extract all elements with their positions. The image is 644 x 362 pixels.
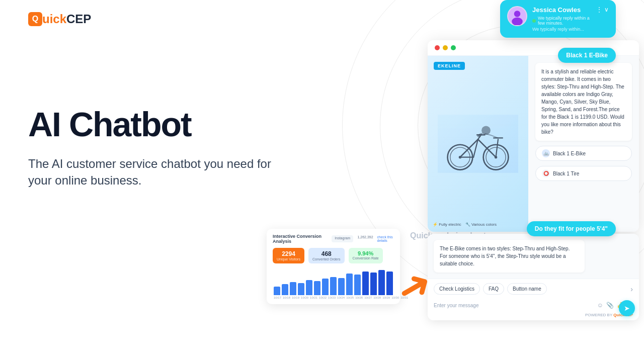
messages-panel: It is a stylish and reliable electric co… — [528, 56, 639, 232]
svg-point-1 — [514, 11, 521, 17]
bar-item — [314, 281, 320, 295]
bar-item — [346, 274, 353, 295]
product-details: ⚡ Fully electric 🔧 Various colors — [433, 222, 523, 227]
suggestion-btn-1[interactable]: 🚲 Black 1 E-Bike — [535, 146, 632, 161]
chart-label: 10/23 — [328, 296, 336, 299]
bar-item — [362, 272, 369, 295]
bar-item — [330, 277, 337, 295]
chart-label: 10/21 — [310, 296, 317, 299]
chat-input-row: Enter your message ☺ 📎 👍 ☆ — [428, 299, 639, 313]
bar-item — [282, 284, 288, 295]
logo-cep: CEP — [66, 12, 91, 26]
product-image — [428, 56, 528, 232]
product-detail-line: ⚡ Fully electric 🔧 Various colors — [433, 222, 523, 227]
tire-icon: ⭕ — [542, 169, 550, 177]
chart-label: 10/25 — [346, 296, 354, 299]
chart-label: 10/17 — [274, 296, 281, 299]
bar-chart — [273, 267, 394, 295]
bar-item — [370, 273, 377, 295]
send-button[interactable]: ➤ — [619, 300, 635, 316]
jessica-subtext: We typically reply within... — [532, 27, 591, 32]
analytics-card: Interactive Conversion Analysis Instagra… — [267, 229, 400, 304]
product-badge: EKELINE — [434, 62, 465, 70]
ai-message-2: The E-Bike comes in two styles: Step-Thr… — [434, 240, 585, 273]
chart-label: 10/20 — [301, 296, 308, 299]
ebike-chip: Black 1 E-Bike — [558, 48, 616, 63]
fit-chip: Do they fit for people 5'4" — [527, 221, 616, 236]
bar-item — [378, 270, 385, 295]
jessica-info: Jessica Cowles We typically reply within… — [532, 6, 591, 32]
suggestion-btn-2[interactable]: ⭕ Black 1 Tire — [535, 166, 632, 181]
attach-icon[interactable]: 📎 — [606, 302, 614, 309]
hero-section: AI Chatbot The AI customer service chatb… — [28, 106, 290, 189]
chart-label: 10/28 — [373, 296, 381, 299]
close-dot — [435, 45, 440, 50]
chat-window: EKELINE — [428, 40, 639, 232]
emoji-icon[interactable]: ☺ — [597, 302, 603, 309]
powered-by: POWERED BY QuickCEP — [428, 313, 639, 320]
chart-label: 10/24 — [337, 296, 345, 299]
chart-label: 10/27 — [364, 296, 372, 299]
minimize-dot — [443, 45, 448, 50]
logo: Q uick CEP — [28, 12, 91, 26]
bar-item — [338, 278, 345, 295]
analytics-badges: Instagram 1,262,392 check this details — [332, 235, 394, 242]
faq-btn[interactable]: FAQ — [483, 283, 504, 295]
instagram-badge: Instagram — [332, 235, 353, 242]
chevron-down-icon[interactable]: ∨ — [604, 6, 609, 13]
bike-icon: 🚲 — [542, 149, 550, 157]
maximize-dot — [451, 45, 456, 50]
stat-conversion: 9.94% Conversion Rate — [349, 248, 383, 263]
button-name-btn[interactable]: Button name — [507, 283, 547, 295]
jessica-controls: ⋮ ∨ — [596, 6, 609, 13]
bar-item — [354, 275, 361, 295]
next-action-icon[interactable]: › — [630, 285, 633, 293]
chart-label: 10/30 — [391, 296, 399, 299]
chart-labels: 10/1710/1810/1910/2010/2110/2210/2310/24… — [273, 295, 394, 299]
chart-label: 10/22 — [319, 296, 327, 299]
lower-messages: The E-Bike comes in two styles: Step-Thr… — [428, 234, 639, 279]
avatar — [507, 6, 527, 26]
chart-label: 10/26 — [355, 296, 363, 299]
lower-chat-panel: The E-Bike comes in two styles: Step-Thr… — [428, 234, 639, 320]
analytics-title: Interactive Conversion Analysis — [273, 234, 332, 244]
analytics-stats: 2294 Unique Visitors 468 Converted Order… — [273, 248, 394, 263]
bar-item — [290, 282, 296, 295]
chat-actions: Check Logistics FAQ Button name › — [428, 279, 639, 299]
stat-visitors: 2294 Unique Visitors — [273, 248, 304, 263]
bar-item — [298, 283, 304, 295]
bar-item — [274, 287, 280, 295]
stat-orders: 468 Converted Orders — [308, 248, 345, 263]
jessica-status-text: We typically reply within a few minutes. — [538, 16, 591, 26]
message-input-placeholder[interactable]: Enter your message — [434, 303, 479, 308]
chat-content: EKELINE — [428, 56, 639, 232]
bar-item — [322, 279, 329, 295]
jessica-name: Jessica Cowles — [532, 6, 591, 14]
logo-uick: uick — [42, 12, 66, 26]
product-panel: EKELINE — [428, 56, 528, 232]
jessica-status-row: We typically reply within a few minutes. — [532, 16, 591, 26]
jessica-card: Jessica Cowles We typically reply within… — [500, 0, 616, 38]
logo-q: Q — [28, 12, 42, 26]
chart-label: 10/18 — [283, 296, 290, 299]
analytics-link[interactable]: check this details — [377, 235, 394, 242]
analytics-count: 1,262,392 — [357, 235, 373, 242]
chart-label: 10/29 — [382, 296, 390, 299]
bar-item — [306, 280, 312, 295]
page-subtitle: The AI customer service chatbot you need… — [28, 155, 290, 189]
more-icon[interactable]: ⋮ — [596, 6, 602, 13]
check-logistics-btn[interactable]: Check Logistics — [434, 283, 480, 295]
analytics-header: Interactive Conversion Analysis Instagra… — [273, 234, 394, 244]
ai-message-1: It is a stylish and reliable electric co… — [535, 63, 632, 141]
status-dot — [532, 19, 536, 23]
chart-label: 10/19 — [292, 296, 299, 299]
page-title: AI Chatbot — [28, 106, 290, 143]
